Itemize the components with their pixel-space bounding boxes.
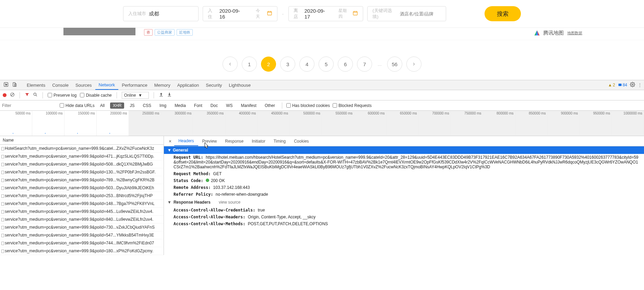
request-row[interactable]: service?utm_medium=pc&version_name=999.9…: [0, 184, 164, 192]
filter-type-js[interactable]: JS: [127, 102, 137, 109]
request-row[interactable]: service?utm_medium=pc&version_name=999.9…: [0, 247, 164, 255]
svg-line-17: [11, 94, 14, 96]
page-button-4[interactable]: 4: [299, 57, 314, 72]
request-row[interactable]: service?utm_medium=pc&version_name=999.9…: [0, 239, 164, 247]
hide-data-urls-checkbox[interactable]: Hide data URLs: [60, 103, 95, 108]
keywords-input[interactable]: [400, 11, 441, 16]
page-next-button[interactable]: [406, 57, 421, 72]
device-toggle-icon[interactable]: [12, 82, 17, 88]
devtools-tab-security[interactable]: Security: [202, 80, 225, 90]
filter-type-doc[interactable]: Doc: [208, 102, 220, 109]
ac-headers-label: Access-Control-Allow-Headers:: [174, 215, 246, 219]
blocked-cookies-checkbox[interactable]: Has blocked cookies: [286, 103, 330, 108]
page-button-6[interactable]: 6: [338, 57, 353, 72]
response-headers-section[interactable]: ▼ Response Headers view source: [164, 198, 644, 207]
timeline-tick: 750000 ms: [451, 111, 483, 136]
devtools-tab-elements[interactable]: Elements: [23, 80, 49, 90]
filter-type-font[interactable]: Font: [191, 102, 205, 109]
upload-icon[interactable]: [159, 92, 164, 98]
devtools-tab-console[interactable]: Console: [49, 80, 72, 90]
page-prev-button[interactable]: [223, 57, 238, 72]
messages-badge[interactable]: 84: [618, 83, 627, 87]
page-button-3[interactable]: 3: [280, 57, 295, 72]
devtools-tab-performance[interactable]: Performance: [118, 80, 151, 90]
filter-type-ws[interactable]: WS: [223, 102, 235, 109]
clear-icon[interactable]: [10, 92, 15, 98]
network-timeline[interactable]: 50000 ms100000 ms150000 ms200000 ms25000…: [0, 111, 644, 136]
search-icon[interactable]: [33, 92, 38, 98]
filter-type-css[interactable]: CSS: [140, 102, 154, 109]
request-row[interactable]: service?utm_medium=pc&version_name=999.9…: [0, 200, 164, 208]
detail-tab-response[interactable]: Response: [221, 136, 248, 146]
timeline-tick: 300000 ms: [161, 111, 193, 136]
filter-icon[interactable]: [25, 92, 29, 98]
expand-icon: ▼: [167, 148, 171, 153]
page-button-7[interactable]: 7: [357, 57, 372, 72]
view-source-link[interactable]: view source: [219, 200, 240, 205]
map-data-link[interactable]: 地图数据: [567, 31, 582, 36]
request-row[interactable]: service?utm_medium=pc&version_name=999.9…: [0, 176, 164, 184]
detail-tab-preview[interactable]: Preview: [198, 136, 221, 146]
record-button[interactable]: [3, 93, 7, 97]
filter-input[interactable]: [2, 103, 57, 108]
disable-cache-checkbox[interactable]: Disable cache: [80, 93, 111, 98]
svg-point-18: [34, 93, 36, 95]
detail-tab-initiator[interactable]: Initiator: [248, 136, 269, 146]
settings-icon[interactable]: [630, 82, 635, 88]
warnings-badge[interactable]: ▲ 2: [608, 83, 615, 87]
more-icon[interactable]: ⋮: [638, 83, 642, 87]
page-last-button[interactable]: 56: [387, 57, 402, 72]
filter-type-xhr[interactable]: XHR: [110, 102, 124, 109]
request-row[interactable]: service?utm_medium=pc&version_name=999.9…: [0, 223, 164, 231]
page-button-5[interactable]: 5: [319, 57, 334, 72]
request-list-header[interactable]: Name: [0, 136, 164, 145]
ac-headers-value: Origin, Content-Type, Accept, __skcy: [248, 215, 315, 219]
search-button[interactable]: 搜索: [485, 6, 521, 21]
status-code-label: Status Code:: [174, 178, 203, 183]
page-button-2[interactable]: 2: [261, 57, 276, 72]
preserve-log-checkbox[interactable]: Preserve log: [48, 93, 76, 98]
network-body: Name HotelSearch?utm_medium=pc&version_n…: [0, 136, 644, 255]
devtools-tab-memory[interactable]: Memory: [151, 80, 174, 90]
timeline-tick: 100000 ms: [32, 111, 64, 136]
timeline-tick: 250000 ms: [129, 111, 161, 136]
timeline-tick: 500000 ms: [290, 111, 322, 136]
filter-type-media[interactable]: Media: [172, 102, 189, 109]
inspect-icon[interactable]: [3, 82, 9, 88]
checkin-field[interactable]: 入住 2020-09-16 今天: [203, 6, 277, 21]
detail-tab-timing[interactable]: Timing: [270, 136, 290, 146]
detail-tab-cookies[interactable]: Cookies: [290, 136, 313, 146]
request-row[interactable]: service?utm_medium=pc&version_name=999.9…: [0, 208, 164, 216]
filter-type-img[interactable]: Img: [157, 102, 169, 109]
chevron-right-icon: [412, 62, 416, 67]
request-row[interactable]: service?utm_medium=pc&version_name=999.9…: [0, 168, 164, 176]
request-row[interactable]: service?utm_medium=pc&version_name=999.9…: [0, 216, 164, 223]
filter-type-other[interactable]: Other: [262, 102, 278, 109]
request-row[interactable]: service?utm_medium=pc&version_name=999.9…: [0, 153, 164, 160]
devtools-tab-network[interactable]: Network: [95, 80, 119, 90]
devtools-tab-lighthouse[interactable]: Lighthouse: [225, 80, 254, 90]
general-section-header[interactable]: ▼ General: [164, 146, 644, 154]
city-label: 入住城市: [128, 11, 146, 17]
request-row[interactable]: service?utm_medium=pc&version_name=999.9…: [0, 231, 164, 239]
checkout-field[interactable]: 离店 2020-09-17 星期四: [288, 6, 363, 21]
detail-tab-headers[interactable]: Headers: [174, 136, 198, 146]
devtools-tab-sources[interactable]: Sources: [72, 80, 95, 90]
request-row[interactable]: service?utm_medium=pc&version_name=999.9…: [0, 160, 164, 168]
request-row[interactable]: service?utm_medium=pc&version_name=999.9…: [0, 192, 164, 200]
blocked-requests-checkbox[interactable]: Blocked Requests: [333, 103, 372, 108]
throttling-select[interactable]: Online ▼: [122, 92, 149, 99]
request-row[interactable]: HotelSearch?utm_medium=pc&version_name=9…: [0, 145, 164, 153]
filter-type-manifest[interactable]: Manifest: [238, 102, 259, 109]
hotel-tags: 劵 公益商家 近地铁: [144, 29, 193, 36]
request-url-value: https://ihotel.meituan.com/hbsearch/Hote…: [174, 155, 639, 169]
download-icon[interactable]: [167, 92, 172, 98]
close-icon[interactable]: ×: [166, 138, 174, 144]
devtools-tab-application[interactable]: Application: [174, 80, 203, 90]
filter-type-all[interactable]: All: [97, 102, 107, 109]
city-field[interactable]: 入住城市 成都: [123, 6, 199, 21]
timeline-tick: 350000 ms: [193, 111, 225, 136]
keywords-field[interactable]: (关键词选填): [367, 6, 446, 21]
svg-rect-20: [159, 96, 163, 96]
page-button-1[interactable]: 1: [242, 57, 257, 72]
